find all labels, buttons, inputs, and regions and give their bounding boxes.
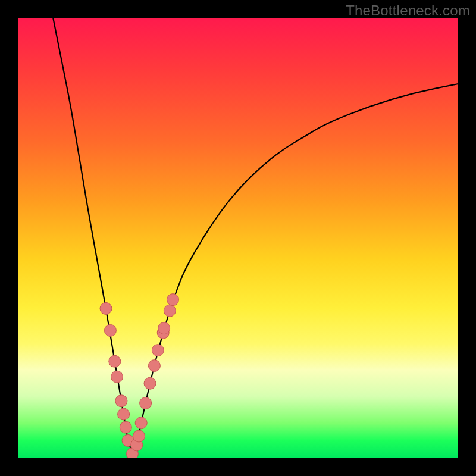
data-marker (115, 395, 127, 407)
data-marker (126, 448, 138, 458)
data-marker (122, 434, 134, 446)
curve-layer (18, 18, 458, 458)
data-marker (135, 417, 147, 429)
plot-area (18, 18, 458, 458)
data-marker (120, 421, 131, 433)
data-marker (100, 302, 112, 314)
marker-group (100, 294, 179, 458)
data-marker (152, 345, 164, 356)
data-marker (158, 322, 170, 334)
data-marker (109, 355, 121, 367)
data-marker (111, 371, 123, 383)
bottleneck-curve (53, 18, 458, 451)
data-marker (144, 377, 156, 389)
watermark-text: TheBottleneck.com (346, 2, 470, 19)
data-marker (157, 327, 169, 339)
data-marker (131, 439, 143, 451)
chart-frame: TheBottleneck.com (0, 0, 476, 476)
data-marker (118, 408, 130, 420)
data-marker (140, 397, 152, 409)
data-marker (167, 294, 179, 306)
data-marker (164, 305, 176, 317)
data-marker (104, 324, 116, 336)
data-marker (148, 360, 160, 372)
data-marker (133, 430, 145, 442)
